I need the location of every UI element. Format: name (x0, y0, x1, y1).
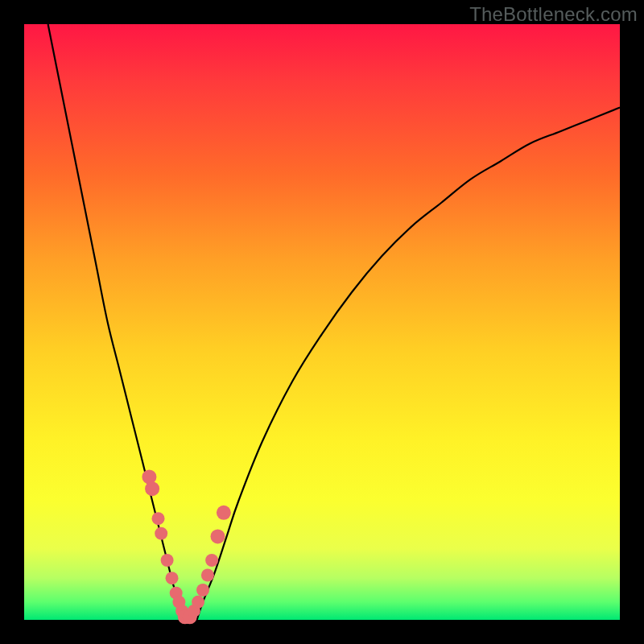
curve-right-arm (197, 108, 620, 620)
stage: TheBottleneck.com (0, 0, 644, 644)
marker-dot (196, 584, 209, 597)
marker-dot (161, 554, 174, 567)
watermark-text: TheBottleneck.com (469, 3, 638, 26)
plot-area (24, 24, 620, 620)
marker-dot (192, 596, 204, 609)
marker-dot (145, 481, 159, 496)
marker-dot (166, 572, 179, 584)
marker-group (142, 469, 231, 624)
marker-dot (205, 554, 218, 567)
marker-dot (217, 506, 231, 520)
marker-dot (152, 512, 165, 525)
marker-dot (155, 527, 167, 540)
marker-dot (201, 569, 214, 582)
chart-svg (24, 24, 620, 620)
marker-dot (211, 529, 225, 543)
